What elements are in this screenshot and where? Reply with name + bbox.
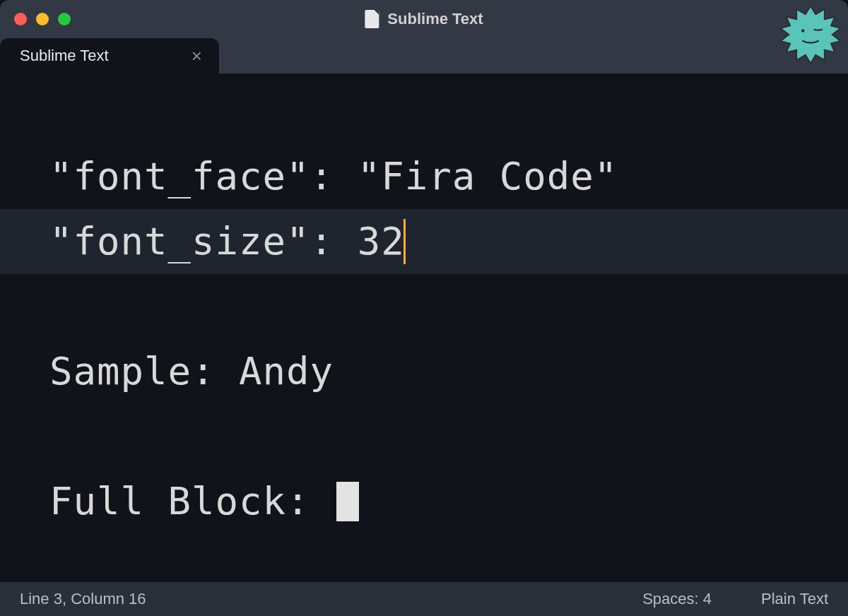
window-title: Sublime Text <box>365 10 483 28</box>
cursor-position[interactable]: Line 3, Column 16 <box>20 590 146 608</box>
file-icon <box>365 10 379 28</box>
code-line-active: "font_size": 32 <box>0 209 848 274</box>
tab-label: Sublime Text <box>20 47 109 65</box>
window-controls <box>14 13 71 25</box>
minimize-window-button[interactable] <box>36 13 49 25</box>
titlebar: Sublime Text <box>0 0 848 38</box>
code-line: Full Block: <box>49 469 848 534</box>
svg-point-1 <box>801 29 805 32</box>
text-cursor <box>404 219 406 264</box>
status-bar: Line 3, Column 16 Spaces: 4 Plain Text <box>0 582 848 616</box>
tab-active[interactable]: Sublime Text × <box>0 38 219 73</box>
window-title-text: Sublime Text <box>387 10 483 28</box>
code-line: "font_face": "Fira Code" <box>49 144 848 209</box>
maximize-window-button[interactable] <box>58 13 71 25</box>
full-block-glyph <box>336 482 359 521</box>
code-line <box>49 404 848 469</box>
editor-area[interactable]: "font_face": "Fira Code" "font_size": 32… <box>0 73 848 582</box>
mascot-icon <box>779 3 842 66</box>
svg-marker-0 <box>781 6 841 64</box>
indentation-setting[interactable]: Spaces: 4 <box>642 590 712 608</box>
syntax-setting[interactable]: Plain Text <box>761 590 828 608</box>
tab-bar: Sublime Text × <box>0 38 848 73</box>
close-window-button[interactable] <box>14 13 27 25</box>
close-tab-icon[interactable]: × <box>192 47 202 65</box>
code-line <box>49 274 848 339</box>
code-line: Sample: Andy <box>49 339 848 404</box>
